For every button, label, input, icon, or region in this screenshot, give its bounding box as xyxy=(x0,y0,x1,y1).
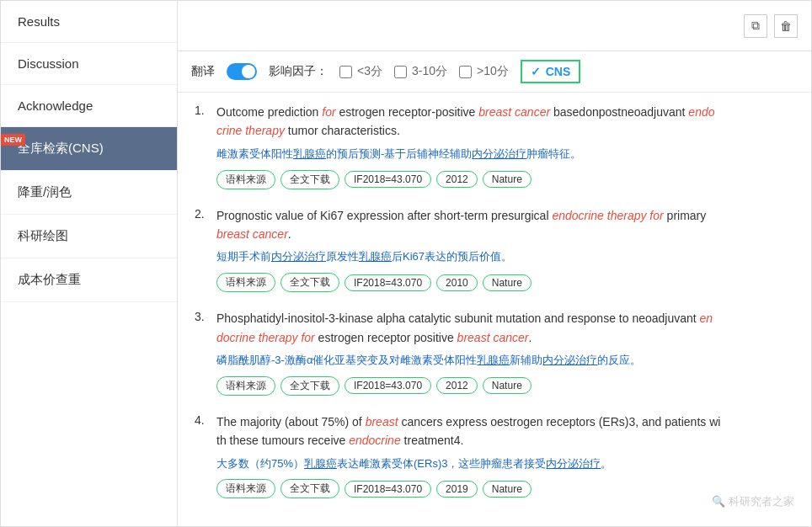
tag-journal-2[interactable]: Nature xyxy=(483,274,532,291)
top-bar: ⧉ 🗑 xyxy=(178,1,811,51)
result-1-tags: 语料来源 全文下载 IF2018=43.070 2012 Nature xyxy=(216,170,715,189)
result-3-title: Phosphatidyl-inositol-3-kinase alpha cat… xyxy=(216,309,713,347)
sidebar-item-results[interactable]: Results xyxy=(1,1,177,43)
tag-year-4[interactable]: 2019 xyxy=(436,481,478,498)
sidebar-item-polish[interactable]: 降重/润色 xyxy=(1,171,177,215)
translate-label: 翻译 xyxy=(191,64,215,79)
filter-bar: 翻译 影响因子： <3分 3-10分 >10分 ✓ CNS xyxy=(178,51,811,93)
tag-download-3[interactable]: 全文下载 xyxy=(280,376,339,396)
result-item-4: 4. The majority (about 75%) of breast ca… xyxy=(195,413,794,499)
impact-label: 影响因子： xyxy=(269,64,328,79)
result-3-translation: 磷脂酰肌醇-3-激酶α催化亚基突变及对雌激素受体阳性乳腺癌新辅助内分泌治疗的反应… xyxy=(216,352,713,370)
cns-label: CNS xyxy=(546,65,571,78)
tag-year-2[interactable]: 2010 xyxy=(436,274,478,291)
translate-toggle[interactable] xyxy=(227,63,257,80)
filter-lt3[interactable]: <3分 xyxy=(339,64,382,79)
tag-if-2[interactable]: IF2018=43.070 xyxy=(345,274,431,291)
results-area: 1. Outcome prediction for estrogen recep… xyxy=(178,93,811,526)
result-1-translation: 雌激素受体阳性乳腺癌的预后预测-基于后辅神经辅助内分泌治疗肿瘤特征。 xyxy=(216,146,715,163)
tag-source-3[interactable]: 语料来源 xyxy=(216,376,275,396)
result-2-tags: 语料来源 全文下载 IF2018=43.070 2010 Nature xyxy=(216,273,706,292)
sidebar-item-cost[interactable]: 成本价查重 xyxy=(1,258,177,302)
checkbox-gt10[interactable] xyxy=(459,66,472,78)
tag-download-4[interactable]: 全文下载 xyxy=(280,479,339,498)
copy-icon-btn[interactable]: ⧉ xyxy=(744,14,767,38)
checkbox-lt3[interactable] xyxy=(339,66,352,78)
tag-download-1[interactable]: 全文下载 xyxy=(280,170,339,189)
result-2-translation: 短期手术前内分泌治疗原发性乳腺癌后Ki67表达的预后价值。 xyxy=(216,248,706,266)
result-item-3: 3. Phosphatidyl-inositol-3-kinase alpha … xyxy=(195,309,794,396)
filter-gt10[interactable]: >10分 xyxy=(459,64,509,79)
filter-3-10[interactable]: 3-10分 xyxy=(394,64,447,79)
delete-icon-btn[interactable]: 🗑 xyxy=(774,14,798,38)
tag-if-1[interactable]: IF2018=43.070 xyxy=(345,171,431,188)
result-2-title: Prognostic value of Ki67 expression afte… xyxy=(216,206,706,244)
tag-source-1[interactable]: 语料来源 xyxy=(216,170,275,189)
cns-checkmark: ✓ xyxy=(531,65,541,78)
result-4-tags: 语料来源 全文下载 IF2018=43.070 2019 Nature xyxy=(216,479,720,498)
checkbox-3-10[interactable] xyxy=(394,66,407,78)
tag-source-4[interactable]: 语料来源 xyxy=(216,479,275,498)
cns-filter-box[interactable]: ✓ CNS xyxy=(521,60,581,83)
result-1-title: Outcome prediction for estrogen receptor… xyxy=(216,103,715,141)
tag-download-2[interactable]: 全文下载 xyxy=(280,273,339,292)
sidebar-item-acknowledge[interactable]: Acknowledge xyxy=(1,85,177,127)
result-item-1: 1. Outcome prediction for estrogen recep… xyxy=(195,103,794,189)
tag-year-1[interactable]: 2012 xyxy=(436,171,478,188)
result-item-2: 2. Prognostic value of Ki67 expression a… xyxy=(195,206,794,293)
sidebar-item-cns-search[interactable]: 全库检索(CNS) xyxy=(1,127,177,171)
result-4-title: The majority (about 75%) of breast cance… xyxy=(216,413,720,450)
tag-source-2[interactable]: 语料来源 xyxy=(216,273,275,292)
tag-year-3[interactable]: 2012 xyxy=(436,377,478,394)
app-container: Results Discussion Acknowledge 全库检索(CNS)… xyxy=(0,0,812,527)
result-3-tags: 语料来源 全文下载 IF2018=43.070 2012 Nature xyxy=(216,376,713,396)
tag-journal-1[interactable]: Nature xyxy=(483,171,532,188)
tag-journal-4[interactable]: Nature xyxy=(483,481,532,498)
main-content: ⧉ 🗑 翻译 影响因子： <3分 3-10分 >10分 ✓ CNS xyxy=(178,1,811,526)
sidebar-item-discussion[interactable]: Discussion xyxy=(1,43,177,85)
sidebar: Results Discussion Acknowledge 全库检索(CNS)… xyxy=(1,1,178,526)
tag-if-4[interactable]: IF2018=43.070 xyxy=(345,481,431,498)
result-4-translation: 大多数（约75%）乳腺癌表达雌激素受体(ERs)3，这些肿瘤患者接受内分泌治疗。 xyxy=(216,455,720,473)
tag-if-3[interactable]: IF2018=43.070 xyxy=(345,377,431,394)
tag-journal-3[interactable]: Nature xyxy=(483,377,532,394)
sidebar-item-drawing[interactable]: 科研绘图 xyxy=(1,215,177,258)
